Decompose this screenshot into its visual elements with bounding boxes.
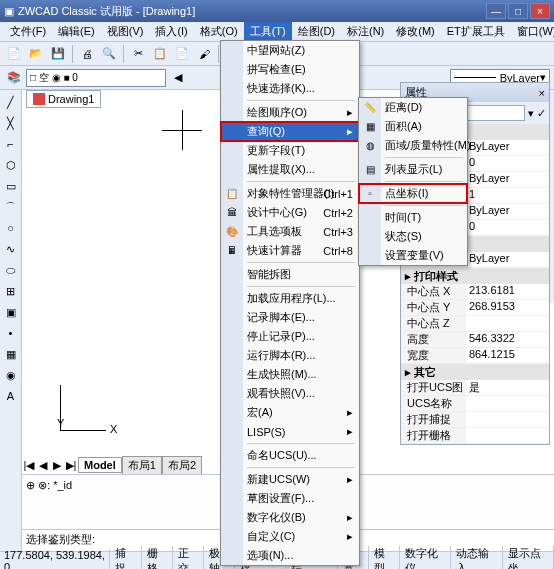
menu-item[interactable]: 中望网站(Z)	[221, 41, 359, 60]
menu-item[interactable]: 查询(Q)▸	[221, 122, 359, 141]
maximize-button[interactable]: □	[508, 3, 528, 19]
insert-icon[interactable]: ⊞	[2, 282, 20, 300]
menu-format[interactable]: 格式(O)	[194, 22, 244, 41]
preview-icon[interactable]: 🔍	[99, 44, 119, 64]
pline-icon[interactable]: ⌐	[2, 135, 20, 153]
menu-item[interactable]: 记录脚本(E)...	[221, 308, 359, 327]
layer-manager-icon[interactable]: 📚	[4, 68, 24, 88]
menu-dim[interactable]: 标注(N)	[341, 22, 390, 41]
menu-item[interactable]: 自定义(C)▸	[221, 527, 359, 546]
coord-display[interactable]: 177.5804, 539.1984, 0	[0, 549, 110, 570]
layer-prev-icon[interactable]: ◀	[168, 68, 188, 88]
submenu-item[interactable]: 距离(D)📏	[359, 98, 467, 117]
submenu-item[interactable]: 状态(S)	[359, 227, 467, 246]
menu-item[interactable]: 命名UCS(U)...	[221, 446, 359, 465]
menu-item[interactable]: 对象特性管理器(I)📋Ctrl+1	[221, 184, 359, 203]
dyn-toggle[interactable]: 动态输入	[451, 546, 502, 570]
line-icon[interactable]: ╱	[2, 93, 20, 111]
prop-row[interactable]: 打开捕捉	[401, 412, 549, 428]
polygon-icon[interactable]: ⬡	[2, 156, 20, 174]
prop-row[interactable]: UCS名称	[401, 396, 549, 412]
tab-next-icon[interactable]: ▶	[50, 458, 64, 472]
submenu-item[interactable]: 列表显示(L)▤	[359, 160, 467, 179]
menu-item[interactable]: 快速计算器🖩Ctrl+8	[221, 241, 359, 260]
menu-edit[interactable]: 编辑(E)	[52, 22, 101, 41]
cut-icon[interactable]: ✂	[128, 44, 148, 64]
menu-item[interactable]: 生成快照(M)...	[221, 365, 359, 384]
hatch-icon[interactable]: ▦	[2, 345, 20, 363]
spline-icon[interactable]: ∿	[2, 240, 20, 258]
minimize-button[interactable]: —	[486, 3, 506, 19]
menu-item[interactable]: 草图设置(F)...	[221, 489, 359, 508]
menu-item[interactable]: 加载应用程序(L)...	[221, 289, 359, 308]
prop-row[interactable]: 中心点 Y268.9153	[401, 300, 549, 316]
layer-combo[interactable]: □ 空 ◉ ■ 0	[26, 69, 166, 87]
menu-item[interactable]: 数字化仪(B)▸	[221, 508, 359, 527]
match-icon[interactable]: 🖌	[194, 44, 214, 64]
model-toggle[interactable]: 模型	[369, 546, 400, 570]
menu-item[interactable]: 工具选项板🎨Ctrl+3	[221, 222, 359, 241]
props-pick-icon[interactable]: ▾	[528, 107, 534, 120]
arc-icon[interactable]: ⌒	[2, 198, 20, 216]
submenu-item[interactable]: 面域/质量特性(M)◍	[359, 136, 467, 155]
menu-et[interactable]: ET扩展工具	[441, 22, 511, 41]
menu-item[interactable]: 拼写检查(E)	[221, 60, 359, 79]
menu-item[interactable]: 停止记录(P)...	[221, 327, 359, 346]
submenu-item[interactable]: 设置变量(V)	[359, 246, 467, 265]
menu-item[interactable]: 智能拆图	[221, 265, 359, 284]
menu-item[interactable]: 更新字段(T)	[221, 141, 359, 160]
submenu-item[interactable]: 点坐标(I)▫	[359, 184, 467, 203]
menu-item[interactable]: 选项(N)...	[221, 546, 359, 565]
grid-toggle[interactable]: 栅格	[142, 546, 173, 570]
ellipse-icon[interactable]: ⬭	[2, 261, 20, 279]
prop-row[interactable]: 中心点 X213.6181	[401, 284, 549, 300]
menu-item[interactable]: 新建UCS(W)▸	[221, 470, 359, 489]
tab-first-icon[interactable]: |◀	[22, 458, 36, 472]
menu-file[interactable]: 文件(F)	[4, 22, 52, 41]
region-icon[interactable]: ◉	[2, 366, 20, 384]
tab-prev-icon[interactable]: ◀	[36, 458, 50, 472]
submenu-item[interactable]: 面积(A)▦	[359, 117, 467, 136]
paste-icon[interactable]: 📄	[172, 44, 192, 64]
menu-draw[interactable]: 绘图(D)	[292, 22, 341, 41]
prop-row[interactable]: 中心点 Z	[401, 316, 549, 332]
print-icon[interactable]: 🖨	[77, 44, 97, 64]
menu-item[interactable]: 快速选择(K)...	[221, 79, 359, 98]
menu-tools[interactable]: 工具(T)	[244, 22, 292, 41]
menu-modify[interactable]: 修改(M)	[390, 22, 441, 41]
prop-row[interactable]: 高度546.3322	[401, 332, 549, 348]
menu-window[interactable]: 窗口(W)	[511, 22, 554, 41]
prop-row[interactable]: 打开栅格	[401, 428, 549, 444]
tablet-toggle[interactable]: 数字化仪	[400, 546, 451, 570]
prop-row[interactable]: 打开UCS图标是	[401, 380, 549, 396]
xline-icon[interactable]: ╳	[2, 114, 20, 132]
props-close-icon[interactable]: ×	[539, 87, 545, 99]
showpt-toggle[interactable]: 显示点坐	[503, 546, 554, 570]
ortho-toggle[interactable]: 正交	[173, 546, 204, 570]
save-icon[interactable]: 💾	[48, 44, 68, 64]
menu-item[interactable]: 绘图顺序(O)▸	[221, 103, 359, 122]
tab-layout2[interactable]: 布局2	[162, 456, 202, 475]
menu-insert[interactable]: 插入(I)	[149, 22, 193, 41]
menu-item[interactable]: 属性提取(X)...	[221, 160, 359, 179]
menu-item[interactable]: 运行脚本(R)...	[221, 346, 359, 365]
submenu-item[interactable]: 时间(T)	[359, 208, 467, 227]
tab-layout1[interactable]: 布局1	[122, 456, 162, 475]
prop-row[interactable]: 宽度864.1215	[401, 348, 549, 364]
props-qsel-icon[interactable]: ✓	[537, 107, 546, 120]
prop-category[interactable]: ▸ 其它	[401, 364, 549, 380]
menu-item[interactable]: 设计中心(G)🏛Ctrl+2	[221, 203, 359, 222]
menu-item[interactable]: 宏(A)▸	[221, 403, 359, 422]
menu-view[interactable]: 视图(V)	[101, 22, 150, 41]
snap-toggle[interactable]: 捕捉	[110, 546, 141, 570]
menu-item[interactable]: LISP(S)▸	[221, 422, 359, 441]
prop-category[interactable]: ▸ 打印样式	[401, 268, 549, 284]
rect-icon[interactable]: ▭	[2, 177, 20, 195]
text-icon[interactable]: A	[2, 387, 20, 405]
block-icon[interactable]: ▣	[2, 303, 20, 321]
open-icon[interactable]: 📂	[26, 44, 46, 64]
close-button[interactable]: ×	[530, 3, 550, 19]
tab-model[interactable]: Model	[78, 457, 122, 473]
tab-last-icon[interactable]: ▶|	[64, 458, 78, 472]
circle-icon[interactable]: ○	[2, 219, 20, 237]
